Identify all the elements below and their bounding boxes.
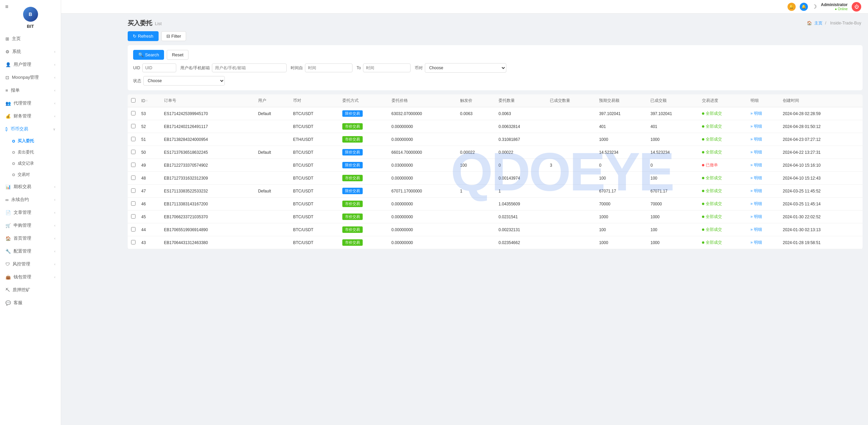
status-select[interactable]: Choose 全部成交 已撤单 待成交 <box>143 76 225 86</box>
sidebar-item-finance[interactable]: 💰财务管理 ‹ <box>0 110 61 123</box>
sidebar-sub-buy-order[interactable]: 买入委托 <box>0 135 61 147</box>
row-checkbox[interactable] <box>131 214 135 219</box>
time-from-input[interactable] <box>305 63 352 72</box>
method-tag: 市价交易 <box>342 214 363 220</box>
time-to-label: To <box>357 66 361 70</box>
row-detail[interactable]: » 明细 <box>748 159 780 172</box>
row-quantity: 0.0231541 <box>496 210 547 223</box>
sidebar-sub-trade-pair[interactable]: 交易对 <box>0 169 61 180</box>
row-detail[interactable]: » 明细 <box>748 107 780 120</box>
breadcrumb-current: Inside-Trade-Buy <box>830 21 861 25</box>
sidebar-item-articles[interactable]: 📄文章管理 ‹ <box>0 206 61 219</box>
reset-button[interactable]: Reset <box>167 50 188 60</box>
sidebar-item-system[interactable]: ⚙系统 ‹ <box>0 45 61 58</box>
row-detail[interactable]: » 明细 <box>748 198 780 210</box>
row-order-no: ES17137636518632245 <box>161 146 255 159</box>
row-trigger <box>457 223 496 236</box>
alert-icon[interactable]: 🔔 <box>800 3 808 11</box>
detail-link[interactable]: » 明细 <box>751 137 762 142</box>
refresh-button[interactable]: ↻ Refresh <box>128 31 159 41</box>
row-created-at: 2024-03-25 11:45:14 <box>780 198 863 210</box>
row-checkbox[interactable] <box>131 111 135 115</box>
sidebar-item-wallet[interactable]: 👜钱包管理 ‹ <box>0 271 61 283</box>
sidebar-item-orders[interactable]: ≡报单 ‹ <box>0 84 61 97</box>
sidebar-item-risk[interactable]: 🛡风控管理 ‹ <box>0 258 61 271</box>
row-checkbox[interactable] <box>131 227 135 232</box>
row-expected: 1000 <box>596 236 648 249</box>
row-detail[interactable]: » 明细 <box>748 236 780 249</box>
col-progress: 交易进度 <box>699 94 748 107</box>
filter-button[interactable]: ⊟ Filter <box>161 31 186 41</box>
row-detail[interactable]: » 明细 <box>748 120 780 133</box>
user-icon: 👤 <box>5 62 11 67</box>
time-from-label: 时间自 <box>291 65 303 71</box>
detail-link[interactable]: » 明细 <box>751 227 762 232</box>
sidebar-item-perpetual[interactable]: ∞永续合约 ‹ <box>0 193 61 206</box>
row-detail[interactable]: » 明细 <box>748 133 780 146</box>
detail-link[interactable]: » 明细 <box>751 188 762 193</box>
market-select[interactable]: Choose BTC/USDT ETH/USDT <box>425 63 506 73</box>
detail-link[interactable]: » 明细 <box>751 124 762 129</box>
row-checkbox[interactable] <box>131 188 135 193</box>
detail-link[interactable]: » 明细 <box>751 175 762 180</box>
row-checkbox[interactable] <box>131 150 135 154</box>
row-market: BTC/USDT <box>290 223 340 236</box>
row-checkbox[interactable] <box>131 137 135 141</box>
support-icon: 💬 <box>5 300 11 306</box>
notification-icon[interactable]: 🔔 <box>788 3 796 11</box>
breadcrumb-home-link[interactable]: 主页 <box>814 21 822 25</box>
row-order-no: EB17065519936914890 <box>161 223 255 236</box>
col-quantity: 委托数量 <box>496 94 547 107</box>
detail-link[interactable]: » 明细 <box>751 150 762 154</box>
row-detail[interactable]: » 明细 <box>748 223 780 236</box>
sidebar-item-purchase[interactable]: 🛒申购管理 ‹ <box>0 219 61 232</box>
row-detail[interactable]: » 明细 <box>748 172 780 185</box>
sidebar-sub-sell-order[interactable]: 卖出委托 <box>0 147 61 158</box>
detail-link[interactable]: » 明细 <box>751 111 762 116</box>
row-created-at: 2024-04-22 13:27:31 <box>780 146 863 159</box>
sidebar-item-mining[interactable]: ⛏质押挖矿 <box>0 283 61 296</box>
sidebar-item-config[interactable]: 🔧配置管理 ‹ <box>0 245 61 258</box>
detail-link[interactable]: » 明细 <box>751 163 762 167</box>
sidebar-sub-trade-records[interactable]: 成交记录 <box>0 158 61 169</box>
sidebar-item-crypto-trade[interactable]: ₿币币交易 ∨ <box>0 123 61 135</box>
detail-link[interactable]: » 明细 <box>751 240 762 245</box>
status-badge: 全部成交 <box>702 188 722 194</box>
orders-icon: ≡ <box>5 88 8 93</box>
status-text: 全部成交 <box>706 124 722 129</box>
sidebar-item-agent[interactable]: 👥代理管理 ‹ <box>0 97 61 110</box>
row-checkbox[interactable] <box>131 201 135 206</box>
row-checkbox[interactable] <box>131 163 135 167</box>
sidebar-item-support[interactable]: 💬客服 <box>0 296 61 309</box>
uid-input[interactable] <box>142 63 176 72</box>
power-button[interactable]: ⏻ <box>852 2 861 12</box>
search-button[interactable]: 🔍 Search <box>133 50 164 60</box>
row-checkbox[interactable] <box>131 175 135 180</box>
row-checkbox[interactable] <box>131 124 135 128</box>
sort-icon[interactable]: ↑ <box>146 99 148 103</box>
sidebar-item-home[interactable]: ⊞主页 <box>0 32 61 45</box>
sidebar-item-moonpay[interactable]: ⊡Moonpay管理 ‹ <box>0 71 61 84</box>
row-detail[interactable]: » 明细 <box>748 146 780 159</box>
time-to-input[interactable] <box>363 63 411 72</box>
user-input[interactable] <box>212 63 287 72</box>
sidebar-item-home-mgmt[interactable]: 🏠首页管理 ‹ <box>0 232 61 245</box>
search-icon: 🔍 <box>138 52 144 57</box>
detail-link[interactable]: » 明细 <box>751 214 762 219</box>
select-all-checkbox[interactable] <box>131 98 135 103</box>
row-id: 44 <box>139 223 161 236</box>
status-badge: 全部成交 <box>702 124 722 129</box>
sidebar-item-user-mgmt[interactable]: 👤用户管理 ‹ <box>0 58 61 71</box>
arrow-icon: ‹ <box>54 114 55 118</box>
row-detail[interactable]: » 明细 <box>748 185 780 198</box>
row-progress: 全部成交 <box>699 172 748 185</box>
row-filled-amount: 1000 <box>648 236 699 249</box>
status-badge: 全部成交 <box>702 136 722 142</box>
row-checkbox[interactable] <box>131 240 135 244</box>
theme-toggle[interactable]: ☽ <box>812 3 817 10</box>
detail-link[interactable]: » 明细 <box>751 201 762 206</box>
sidebar-item-options[interactable]: 📊期权交易 ‹ <box>0 180 61 193</box>
hamburger-icon[interactable]: ≡ <box>0 0 14 14</box>
method-tag: 市价交易 <box>342 123 363 130</box>
row-detail[interactable]: » 明细 <box>748 210 780 223</box>
